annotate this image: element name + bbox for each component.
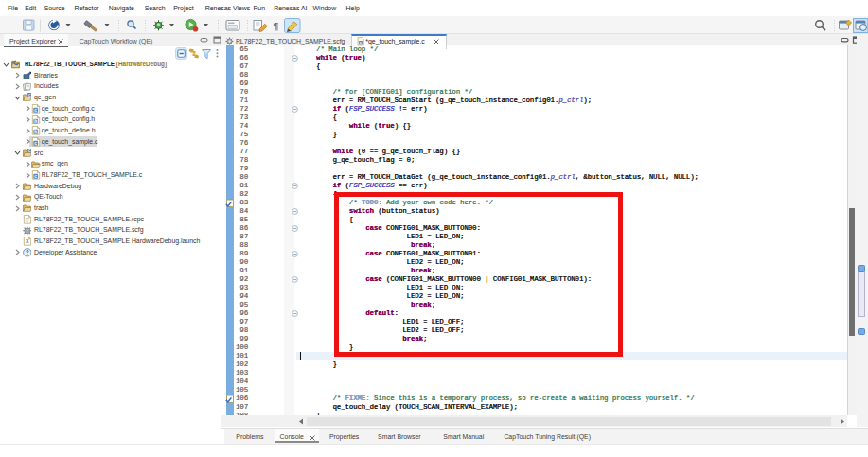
svg-text:C: C (27, 93, 30, 97)
svg-text:C: C (27, 149, 30, 153)
svg-text:?: ? (25, 249, 28, 255)
svg-text:X: X (25, 239, 28, 245)
svg-text:c: c (34, 108, 37, 113)
svg-text:c: c (34, 174, 37, 179)
svg-text:h: h (34, 119, 37, 124)
svg-text:h: h (34, 130, 37, 134)
svg-text:c: c (34, 141, 37, 146)
svg-text:¶: ¶ (274, 21, 279, 31)
